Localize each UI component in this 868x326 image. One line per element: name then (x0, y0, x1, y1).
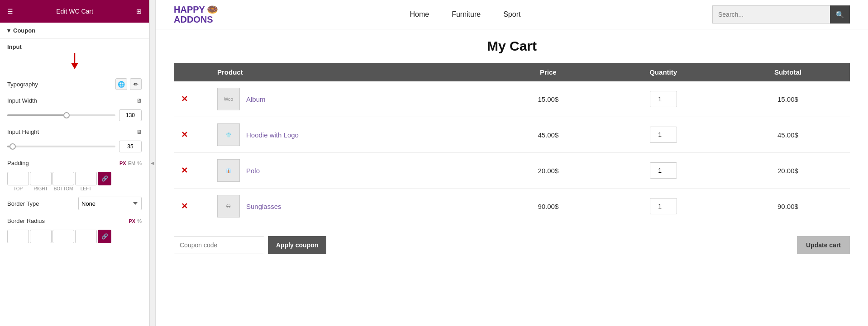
input-width-label: Input Width (7, 97, 37, 104)
product-name[interactable]: Sunglasses (246, 203, 281, 210)
padding-unit-pct[interactable]: % (137, 161, 142, 166)
product-cell: 👕 Hoodie with Logo (210, 117, 496, 153)
typography-row: Typography 🌐 ✏ (0, 75, 149, 94)
product-thumb: 🕶 (217, 195, 240, 217)
table-row: ✕ 🕶 Sunglasses 90.00$ 90.00$ (174, 189, 850, 224)
logo: HAPPY 🍩 ADDONS (174, 5, 218, 24)
input-height-slider-row: 35 (0, 139, 149, 156)
padding-bottom-input[interactable] (52, 172, 74, 185)
table-row: ✕ 👔 Polo 20.00$ 20.00$ (174, 153, 850, 189)
col-price: Price (496, 63, 601, 81)
search-input[interactable] (712, 5, 830, 24)
input-width-row: Input Width 🖥 (0, 94, 149, 108)
input-height-row: Input Height 🖥 (0, 125, 149, 139)
product-cell: Woo Album (210, 81, 496, 117)
price-text: 45.00$ (538, 131, 558, 139)
quantity-cell (601, 189, 726, 224)
price-cell: 90.00$ (496, 189, 601, 224)
br-input-2[interactable] (30, 230, 52, 243)
typography-globe-btn[interactable]: 🌐 (115, 78, 127, 90)
remove-button[interactable]: ✕ (181, 130, 188, 140)
padding-top-input[interactable] (7, 172, 29, 185)
padding-row-header: Padding PX EM % (0, 156, 149, 170)
monitor-icon-width: 🖥 (136, 98, 142, 104)
update-cart-button[interactable]: Update cart (797, 236, 850, 254)
apply-coupon-button[interactable]: Apply coupon (268, 236, 326, 254)
input-width-value[interactable]: 130 (119, 109, 142, 121)
br-unit-px[interactable]: PX (129, 218, 136, 224)
padding-unit-em[interactable]: EM (128, 161, 136, 166)
border-type-row: Border Type None Solid Dashed Dotted (0, 193, 149, 214)
search-button[interactable]: 🔍 (830, 5, 850, 24)
col-subtotal: Subtotal (726, 63, 850, 81)
remove-cell: ✕ (174, 153, 210, 189)
left-panel: ☰ Edit WC Cart ⊞ ▾ Coupon Input Typograp… (0, 0, 149, 326)
quantity-cell (601, 81, 726, 117)
padding-left-input[interactable] (75, 172, 97, 185)
subtotal-text: 15.00$ (777, 95, 798, 103)
padding-top-lbl: TOP (7, 186, 29, 191)
remove-cell: ✕ (174, 189, 210, 224)
svg-marker-1 (71, 63, 78, 69)
logo-emoji: 🍩 (207, 5, 218, 14)
logo-addons: ADDONS (174, 14, 218, 24)
col-quantity: Quantity (601, 63, 726, 81)
chevron-down-icon: ▾ (7, 27, 10, 34)
padding-left-lbl: LEFT (75, 186, 97, 191)
product-name[interactable]: Album (246, 95, 266, 103)
panel-header: ☰ Edit WC Cart ⊞ (0, 0, 149, 23)
resize-handle[interactable]: ◀ (149, 0, 156, 326)
subtotal-cell: 15.00$ (726, 81, 850, 117)
br-input-1[interactable] (7, 230, 29, 243)
br-input-3[interactable] (52, 230, 74, 243)
product-cell: 🕶 Sunglasses (210, 189, 496, 224)
quantity-input[interactable] (650, 91, 677, 107)
col-remove (174, 63, 210, 81)
br-link-btn[interactable]: 🔗 (98, 230, 111, 243)
remove-cell: ✕ (174, 81, 210, 117)
price-text: 15.00$ (538, 95, 558, 103)
quantity-input[interactable] (650, 162, 677, 179)
quantity-input[interactable] (650, 198, 677, 214)
coupon-input[interactable] (174, 236, 264, 254)
padding-link-btn[interactable]: 🔗 (98, 172, 111, 185)
product-cell: 👔 Polo (210, 153, 496, 189)
padding-label: Padding (7, 160, 29, 166)
logo-happy: HAPPY (174, 5, 205, 14)
quantity-input[interactable] (650, 127, 677, 143)
cart-table: Product Price Quantity Subtotal ✕ Woo Al… (174, 63, 850, 224)
border-radius-inputs-row: 🔗 (0, 228, 149, 245)
input-width-slider[interactable] (7, 114, 115, 116)
price-text: 90.00$ (538, 203, 558, 210)
input-height-slider[interactable] (7, 146, 115, 147)
input-height-label: Input Height (7, 128, 39, 135)
padding-right-lbl: RIGHT (30, 186, 52, 191)
nav-sport[interactable]: Sport (503, 10, 520, 19)
input-height-value[interactable]: 35 (119, 141, 142, 152)
remove-button[interactable]: ✕ (181, 94, 188, 104)
price-cell: 45.00$ (496, 117, 601, 153)
br-unit-pct[interactable]: % (137, 218, 142, 224)
typography-edit-btn[interactable]: ✏ (130, 78, 142, 90)
table-header-row: Product Price Quantity Subtotal (174, 63, 850, 81)
padding-right-input[interactable] (30, 172, 52, 185)
br-input-4[interactable] (75, 230, 97, 243)
product-thumb: 👕 (217, 123, 240, 146)
nav-home[interactable]: Home (410, 10, 429, 19)
coupon-section-header[interactable]: ▾ Coupon (0, 23, 149, 39)
product-name[interactable]: Polo (246, 167, 260, 175)
grid-icon[interactable]: ⊞ (136, 8, 142, 15)
border-type-select[interactable]: None Solid Dashed Dotted (78, 197, 142, 210)
red-arrow-indicator (0, 52, 149, 75)
padding-inputs-row: 🔗 TOP RIGHT BOTTOM LEFT (0, 170, 149, 193)
nav-furniture[interactable]: Furniture (452, 10, 481, 19)
right-panel: HAPPY 🍩 ADDONS Home Furniture Sport 🔍 My… (156, 0, 868, 326)
input-subsection-label: Input (0, 39, 149, 52)
hamburger-icon[interactable]: ☰ (7, 8, 13, 15)
remove-button[interactable]: ✕ (181, 165, 188, 175)
padding-unit-px[interactable]: PX (119, 161, 126, 166)
table-row: ✕ 👕 Hoodie with Logo 45.00$ 45.00$ (174, 117, 850, 153)
border-radius-row-header: Border Radius PX % (0, 214, 149, 228)
product-name[interactable]: Hoodie with Logo (246, 131, 299, 139)
remove-button[interactable]: ✕ (181, 201, 188, 211)
